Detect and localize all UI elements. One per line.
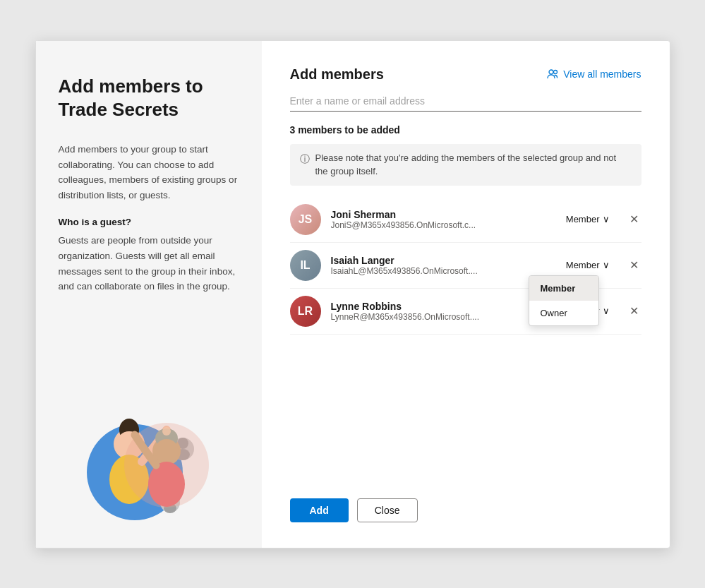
- avatar: IL: [290, 250, 321, 281]
- members-count: 3 members to be added: [290, 124, 641, 136]
- member-name: Joni Sherman: [331, 209, 560, 220]
- avatar-initials: JS: [299, 213, 313, 226]
- close-icon: ✕: [629, 260, 639, 271]
- member-role-label: Member: [566, 260, 600, 270]
- member-remove-button[interactable]: ✕: [627, 211, 641, 228]
- avatar: LR: [290, 296, 321, 327]
- panel-title: Add members: [290, 66, 384, 83]
- dropdown-item-member[interactable]: Member: [529, 276, 598, 301]
- left-panel-title: Add members to Trade Secrets: [59, 75, 239, 123]
- svg-point-17: [148, 462, 185, 507]
- dropdown-item-owner[interactable]: Owner: [529, 301, 598, 325]
- chevron-down-icon: ∨: [603, 214, 610, 224]
- avatar-initials: IL: [300, 259, 310, 272]
- avatar: JS: [290, 204, 321, 235]
- member-role-label: Member: [566, 214, 600, 224]
- svg-point-18: [162, 427, 171, 436]
- member-email: IsaiahL@M365x493856.OnMicrosoft....: [331, 266, 529, 276]
- add-button[interactable]: Add: [290, 498, 349, 522]
- chevron-down-icon: ∨: [603, 306, 610, 316]
- member-remove-button[interactable]: ✕: [627, 303, 641, 320]
- role-dropdown: Member Owner: [529, 275, 599, 326]
- chevron-down-icon: ∨: [603, 260, 610, 270]
- table-row: IL Isaiah Langer IsaiahL@M365x493856.OnM…: [290, 243, 641, 289]
- table-row: JS Joni Sherman JoniS@M365x493856.OnMicr…: [290, 197, 641, 243]
- left-panel: Add members to Trade Secrets Add members…: [36, 41, 262, 548]
- close-icon: ✕: [629, 306, 639, 317]
- info-icon: ⓘ: [300, 152, 310, 167]
- close-icon: ✕: [629, 214, 639, 225]
- avatar-initials: LR: [298, 305, 313, 318]
- svg-point-20: [554, 71, 558, 74]
- right-panel: Add members View all members 3 members t…: [262, 41, 670, 548]
- panel-header: Add members View all members: [290, 66, 641, 83]
- search-input[interactable]: [290, 91, 641, 112]
- footer-actions: Add Close: [290, 481, 641, 522]
- svg-point-16: [155, 439, 179, 463]
- close-button[interactable]: Close: [357, 498, 418, 522]
- add-members-dialog: Add members to Trade Secrets Add members…: [35, 40, 670, 548]
- member-info: Lynne Robbins LynneR@M365x493856.OnMicro…: [331, 301, 560, 322]
- view-all-members-label: View all members: [563, 68, 641, 80]
- member-role-button[interactable]: Member ∨: [560, 211, 615, 227]
- notice-text: Please note that you're adding the membe…: [315, 151, 632, 179]
- member-info: Joni Sherman JoniS@M365x493856.OnMicroso…: [331, 209, 560, 230]
- guest-section-title: Who is a guest?: [59, 217, 239, 227]
- notice-box: ⓘ Please note that you're adding the mem…: [290, 144, 641, 186]
- view-all-members-link[interactable]: View all members: [546, 68, 641, 80]
- illustration: [59, 376, 239, 525]
- guest-section-description: Guests are people from outside your orga…: [59, 233, 239, 294]
- member-name: Lynne Robbins: [331, 301, 560, 312]
- left-panel-description: Add members to your group to start colla…: [59, 142, 239, 203]
- svg-point-19: [549, 70, 553, 74]
- member-list: JS Joni Sherman JoniS@M365x493856.OnMicr…: [290, 197, 641, 481]
- member-info: Isaiah Langer IsaiahL@M365x493856.OnMicr…: [331, 255, 560, 276]
- svg-point-3: [123, 421, 135, 432]
- member-name: Isaiah Langer: [331, 255, 560, 266]
- search-input-wrapper: [290, 91, 641, 112]
- member-role-button[interactable]: Member ∨: [560, 257, 615, 273]
- member-email: JoniS@M365x493856.OnMicrosoft.c...: [331, 220, 529, 230]
- member-email: LynneR@M365x493856.OnMicrosoft....: [331, 312, 529, 322]
- member-remove-button[interactable]: ✕: [627, 257, 641, 274]
- people-icon: [546, 68, 559, 80]
